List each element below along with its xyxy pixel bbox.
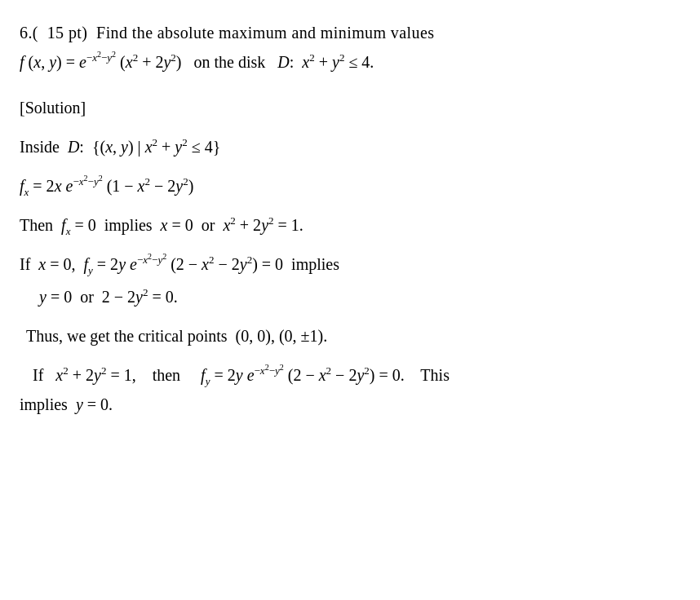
problem-number: 6.( xyxy=(20,24,38,42)
problem-title: 6.( 15 pt) Find the absolute maximum and… xyxy=(20,20,674,46)
domain-def: D: x2 + y2 ≤ 4. xyxy=(277,53,374,71)
solution-label: [Solution] xyxy=(20,95,674,121)
problem-container: 6.( 15 pt) Find the absolute maximum and… xyxy=(20,20,674,417)
if-ellipse-condition: If x2 + 2y2 = 1, then fy = 2y e−x2−y2 (2… xyxy=(20,362,674,388)
inside-D-line: Inside D: {(x, y) | x2 + y2 ≤ 4} xyxy=(20,134,674,160)
if-x-zero: If x = 0, fy = 2y e−x2−y2 (2 − x2 − 2y2)… xyxy=(20,251,674,277)
problem-description: Find the absolute maximum and minimum va… xyxy=(92,24,435,42)
fx-zero-condition: Then fx = 0 implies x = 0 or x2 + 2y2 = … xyxy=(20,212,674,238)
critical-points: Thus, we get the critical points (0, 0),… xyxy=(20,323,674,349)
y-condition: y = 0 or 2 − 2y2 = 0. xyxy=(20,284,674,310)
on-the-disk: on the disk xyxy=(186,53,274,71)
fx-derivative: fx = 2x e−x2−y2 (1 − x2 − 2y2) xyxy=(20,173,674,199)
implies-y-zero: implies y = 0. xyxy=(20,391,674,417)
problem-points: 15 pt) xyxy=(42,24,87,42)
function-def: f (x, y) = e−x2−y2 (x2 + 2y2) xyxy=(20,53,186,71)
problem-function-line: f (x, y) = e−x2−y2 (x2 + 2y2) on the dis… xyxy=(20,49,674,75)
